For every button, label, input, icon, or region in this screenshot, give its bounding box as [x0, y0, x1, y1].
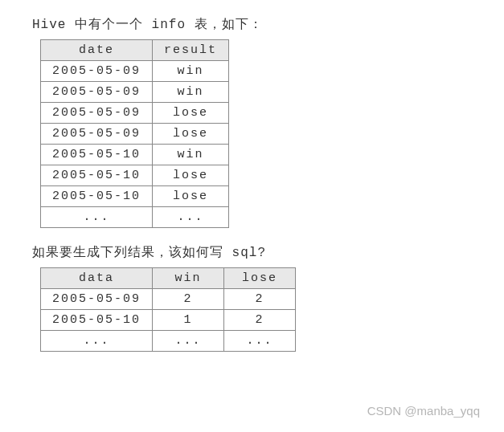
- table-row: 2005-05-1012: [41, 310, 296, 331]
- cell: 2005-05-10: [41, 145, 153, 165]
- table-row: .........: [41, 331, 296, 352]
- cell: 2005-05-10: [41, 310, 153, 331]
- cell: win: [153, 145, 229, 165]
- table-row: 2005-05-09lose: [41, 103, 229, 124]
- col-win: win: [153, 268, 224, 289]
- result-table: data win lose 2005-05-0922 2005-05-1012 …: [40, 267, 296, 352]
- cell: win: [153, 82, 229, 103]
- table-row: 2005-05-0922: [41, 289, 296, 310]
- table-header-row: date result: [41, 40, 229, 61]
- col-lose: lose: [224, 268, 296, 289]
- cell: 2005-05-10: [41, 186, 153, 207]
- table-row: 2005-05-10lose: [41, 186, 229, 207]
- cell: 2005-05-09: [41, 124, 153, 145]
- info-table: date result 2005-05-09win 2005-05-09win …: [40, 39, 229, 228]
- cell: 2005-05-09: [41, 289, 153, 310]
- table-row: 2005-05-09win: [41, 82, 229, 103]
- cell: lose: [153, 186, 229, 207]
- col-date: date: [41, 40, 153, 61]
- cell: ...: [41, 207, 153, 228]
- cell: lose: [153, 124, 229, 145]
- table-row: 2005-05-09win: [41, 61, 229, 82]
- cell: 2: [153, 289, 224, 310]
- cell: 2005-05-10: [41, 165, 153, 186]
- cell: 2005-05-09: [41, 103, 153, 124]
- table-header-row: data win lose: [41, 268, 296, 289]
- cell: 2005-05-09: [41, 82, 153, 103]
- cell: win: [153, 61, 229, 82]
- cell: 2: [224, 310, 296, 331]
- cell: ...: [224, 331, 296, 352]
- col-data: data: [41, 268, 153, 289]
- cell: 2: [224, 289, 296, 310]
- intro-text-2: 如果要生成下列结果，该如何写 sql?: [32, 244, 472, 261]
- intro-text-1: Hive 中有个一个 info 表，如下：: [32, 16, 472, 33]
- cell: 1: [153, 310, 224, 331]
- cell: 2005-05-09: [41, 61, 153, 82]
- table-row: 2005-05-10win: [41, 145, 229, 165]
- cell: ...: [153, 331, 224, 352]
- watermark: CSDN @manba_yqq: [367, 404, 480, 418]
- cell: ...: [41, 331, 153, 352]
- cell: lose: [153, 165, 229, 186]
- table-row: 2005-05-09lose: [41, 124, 229, 145]
- cell: ...: [153, 207, 229, 228]
- col-result: result: [153, 40, 229, 61]
- cell: lose: [153, 103, 229, 124]
- table-row: ......: [41, 207, 229, 228]
- table-row: 2005-05-10lose: [41, 165, 229, 186]
